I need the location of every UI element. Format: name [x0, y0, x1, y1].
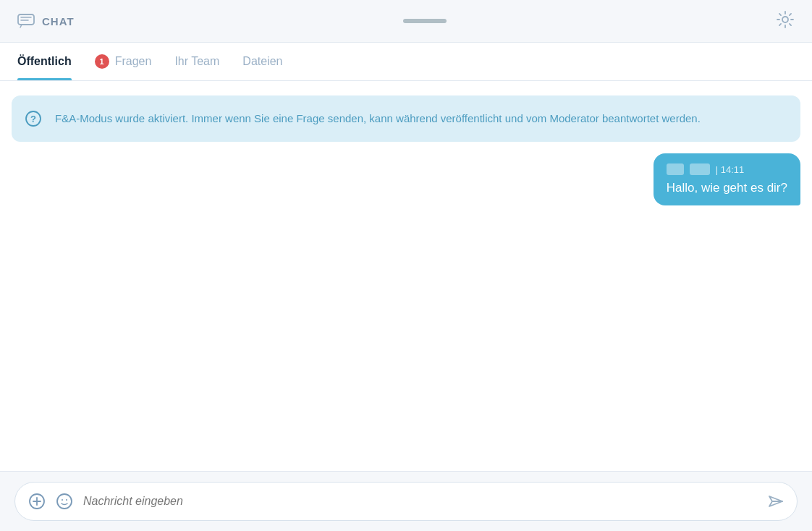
drag-handle[interactable]	[403, 19, 447, 23]
message-time: | 14:11	[716, 164, 745, 175]
tab-dateien[interactable]: Dateien	[242, 43, 282, 80]
chat-header: CHAT	[0, 0, 812, 43]
message-input[interactable]	[83, 495, 758, 508]
info-message-text: F&A-Modus wurde aktiviert. Immer wenn Si…	[55, 112, 701, 124]
chat-tabs: Öffentlich 1 Fragen Ihr Team Dateien	[0, 43, 812, 81]
emoji-icon[interactable]	[56, 493, 73, 510]
question-bubble-icon: ?	[25, 110, 42, 134]
tab-oeffentlich[interactable]: Öffentlich	[17, 43, 72, 80]
chat-icon	[17, 14, 35, 28]
add-icon[interactable]	[28, 493, 46, 510]
send-icon[interactable]	[768, 493, 784, 509]
svg-point-11	[66, 499, 67, 501]
svg-text:?: ?	[30, 114, 36, 124]
message-row-outgoing: | 14:11 Hallo, wie geht es dir?	[12, 153, 800, 205]
svg-point-10	[62, 499, 63, 501]
avatar-placeholder	[667, 163, 684, 175]
header-left: CHAT	[17, 14, 75, 28]
message-text: Hallo, wie geht es dir?	[667, 181, 787, 195]
outgoing-bubble: | 14:11 Hallo, wie geht es dir?	[654, 153, 800, 205]
chat-input-box	[14, 482, 798, 521]
fragen-badge: 1	[95, 54, 109, 69]
message-meta: | 14:11	[667, 163, 787, 175]
avatar-placeholder2	[690, 163, 710, 175]
chat-body: ? F&A-Modus wurde aktiviert. Immer wenn …	[0, 81, 812, 471]
chat-window: CHAT Öffentlich 1 Fragen Ihr Team Dateie…	[0, 0, 812, 531]
tab-ihr-team[interactable]: Ihr Team	[174, 43, 219, 80]
gear-icon[interactable]	[776, 10, 795, 32]
info-message: ? F&A-Modus wurde aktiviert. Immer wenn …	[12, 95, 800, 142]
chat-title: CHAT	[42, 15, 75, 27]
tab-fragen[interactable]: 1 Fragen	[95, 43, 152, 80]
svg-rect-0	[18, 14, 34, 25]
svg-point-9	[57, 494, 72, 509]
chat-input-area	[0, 471, 812, 531]
svg-point-3	[782, 17, 788, 22]
